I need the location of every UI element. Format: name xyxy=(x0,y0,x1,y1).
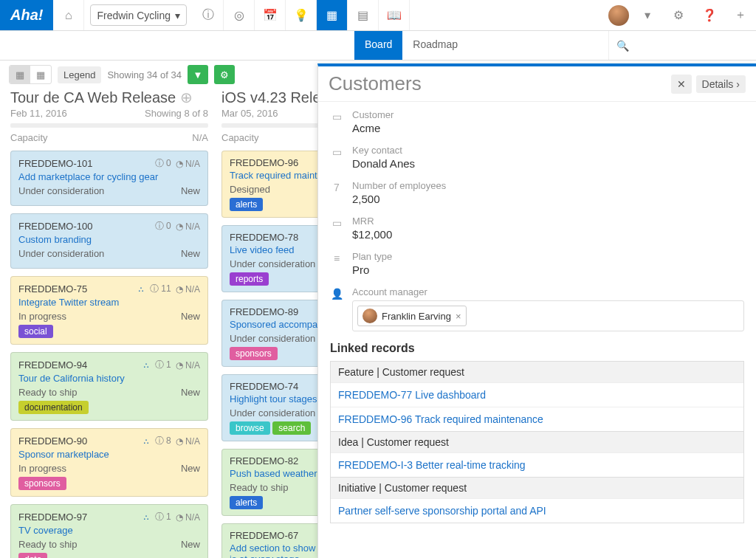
card-title[interactable]: Custom branding xyxy=(18,234,200,245)
hierarchy-icon: ⛬ xyxy=(137,284,145,294)
badge-icon: ▭ xyxy=(330,217,343,229)
linked-records-title: Linked records xyxy=(330,342,744,355)
tag[interactable]: social xyxy=(18,325,53,338)
tag[interactable]: alerts xyxy=(230,496,263,509)
close-icon[interactable]: ✕ xyxy=(671,75,692,94)
card-status: Under consideration xyxy=(18,248,104,259)
hierarchy-icon: ⛬ xyxy=(142,360,151,371)
tab-board[interactable]: Board xyxy=(354,31,402,60)
add-icon[interactable]: ⊕ xyxy=(180,89,193,106)
grid-view-icon[interactable]: ▦ xyxy=(30,66,51,83)
card-status: Under consideration xyxy=(230,407,315,418)
badge-icon: ▭ xyxy=(330,111,343,123)
tag[interactable]: data xyxy=(18,553,47,558)
tab-roadmap[interactable]: Roadmap xyxy=(402,31,468,60)
field-manager: 👤 Account manager Franklin Earving × xyxy=(330,286,744,331)
card-title[interactable]: Integrate Twitter stream xyxy=(18,297,200,308)
card-title[interactable]: Sponsor marketplace xyxy=(18,449,200,460)
manager-chip[interactable]: Franklin Earving × xyxy=(357,306,467,326)
card-title[interactable]: Tour de California history xyxy=(18,373,200,384)
card-id: FREDDEMO-101 xyxy=(18,158,92,169)
card[interactable]: FREDDEMO-97⛬ⓘ 1◔ N/A TV coverage Ready t… xyxy=(10,504,208,558)
tag[interactable]: documentation xyxy=(18,401,89,414)
tag[interactable]: alerts xyxy=(230,198,263,211)
card-status: In progress xyxy=(18,463,66,474)
card-title[interactable]: TV coverage xyxy=(18,525,200,536)
tag[interactable]: sponsors xyxy=(230,347,278,360)
field-employees: 7 Number of employees 2,500 xyxy=(330,180,744,205)
card-id: FREDDEMO-90 xyxy=(18,435,87,447)
remove-icon[interactable]: × xyxy=(456,311,461,322)
book-icon[interactable]: 📖 xyxy=(379,0,410,30)
field-plan: ≡ Plan type Pro xyxy=(330,251,744,276)
card-id: FREDDEMO-89 xyxy=(230,306,298,317)
mrr-value[interactable]: $12,000 xyxy=(352,228,392,241)
tag[interactable]: search xyxy=(272,421,311,435)
tag[interactable]: browse xyxy=(230,421,270,435)
card-status: Under consideration xyxy=(18,185,104,196)
employees-value[interactable]: 2,500 xyxy=(352,193,446,205)
linked-record[interactable]: FREDDEMO-I-3 Better real-time tracking xyxy=(331,452,743,477)
details-button[interactable]: Details› xyxy=(696,75,746,93)
search-input[interactable]: 🔍 xyxy=(608,31,756,60)
field-contact: ▭ Key contact Donald Anes xyxy=(330,145,744,170)
card[interactable]: FREDDEMO-100ⓘ 0◔ N/A Custom branding Und… xyxy=(10,213,208,269)
linked-record[interactable]: FREDDEMO-96 Track required maintenance xyxy=(331,407,743,431)
home-icon[interactable]: ⌂ xyxy=(53,0,84,30)
product-selector[interactable]: Fredwin Cycling ▾ xyxy=(90,4,187,26)
column: Tour de CA Web Release ⊕ Feb 11, 2016Sho… xyxy=(10,89,208,558)
column-showing: Showing 8 of 8 xyxy=(145,108,208,119)
card[interactable]: FREDDEMO-90⛬ⓘ 8◔ N/A Sponsor marketplace… xyxy=(10,428,208,497)
view-toggle[interactable]: ▦ ▦ xyxy=(9,65,52,84)
chevron-right-icon: › xyxy=(736,78,740,90)
card-status: Designed xyxy=(230,184,270,195)
person-icon: 👤 xyxy=(330,288,343,300)
logo[interactable]: Aha! xyxy=(0,0,53,30)
card[interactable]: FREDDEMO-94⛬ⓘ 1◔ N/A Tour de California … xyxy=(10,352,208,421)
caret-down-icon[interactable]: ▾ xyxy=(632,0,663,30)
calendar-icon[interactable]: 📅 xyxy=(255,0,286,30)
list-icon[interactable]: ▤ xyxy=(348,0,379,30)
record-group-header: Initiative | Customer request xyxy=(331,477,743,498)
customer-value[interactable]: Acme xyxy=(352,122,394,134)
tag[interactable]: reports xyxy=(230,272,269,286)
plan-value[interactable]: Pro xyxy=(352,264,392,276)
legend-button[interactable]: Legend xyxy=(58,66,101,83)
card-new: New xyxy=(181,311,200,322)
settings-icon[interactable]: ⚙ xyxy=(214,65,235,84)
capacity-value: N/A xyxy=(192,132,208,143)
card-view-icon[interactable]: ▦ xyxy=(10,66,30,83)
gear-icon[interactable]: ⚙ xyxy=(663,0,694,30)
card-status: Ready to ship xyxy=(18,387,78,398)
user-avatar[interactable] xyxy=(608,5,629,26)
clock-icon: ◔ N/A xyxy=(176,436,200,447)
number-icon: 7 xyxy=(330,182,343,193)
topbar: Aha! ⌂ Fredwin Cycling ▾ ⓘ ◎ 📅 💡 ▦ ▤ 📖 ▾… xyxy=(0,0,756,31)
card-new: New xyxy=(181,463,200,474)
card[interactable]: FREDDEMO-101ⓘ 0◔ N/A Add marketplace for… xyxy=(10,151,208,206)
help-icon[interactable]: ❓ xyxy=(694,0,725,30)
field-mrr: ▭ MRR $12,000 xyxy=(330,216,744,241)
linked-record[interactable]: FREDDEMO-77 Live dashboard xyxy=(331,382,743,407)
tag[interactable]: sponsors xyxy=(18,477,66,490)
grid-icon[interactable]: ▦ xyxy=(317,0,348,30)
card-status: Under consideration xyxy=(230,333,315,344)
column-title: Tour de CA Web Release ⊕ xyxy=(10,89,208,106)
info-icon: ⓘ 1 xyxy=(155,359,171,371)
field-customer: ▭ Customer Acme xyxy=(330,109,744,134)
bulb-icon[interactable]: 💡 xyxy=(286,0,317,30)
card[interactable]: FREDDEMO-75⛬ⓘ 11◔ N/A Integrate Twitter … xyxy=(10,276,208,345)
card-new: New xyxy=(181,387,200,398)
filter-icon[interactable]: ▼ xyxy=(188,65,208,84)
card-status: In progress xyxy=(18,311,66,322)
target-icon[interactable]: ◎ xyxy=(224,0,255,30)
info-icon[interactable]: ⓘ xyxy=(193,0,224,30)
list-icon: ≡ xyxy=(330,252,343,264)
card-title[interactable]: Add marketplace for cycling gear xyxy=(18,171,200,182)
contact-value[interactable]: Donald Anes xyxy=(352,157,415,170)
plus-icon[interactable]: ＋ xyxy=(725,0,756,30)
hierarchy-icon: ⛬ xyxy=(142,436,151,447)
card-id: FREDDEMO-96 xyxy=(230,157,298,168)
card-status: Ready to ship xyxy=(18,539,78,550)
linked-record[interactable]: Partner self-serve sponsorship portal an… xyxy=(331,498,743,523)
